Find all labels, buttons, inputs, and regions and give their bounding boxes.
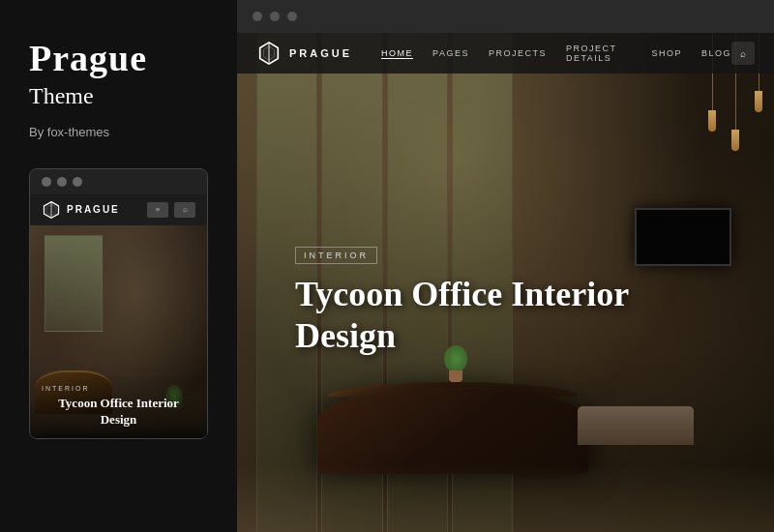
- mobile-logo: PRAGUE: [42, 200, 120, 220]
- mobile-nav: PRAGUE ≡ ⌕: [30, 194, 207, 225]
- mobile-logo-text: PRAGUE: [67, 204, 120, 215]
- mobile-category-tag: INTERIOR: [42, 385, 195, 392]
- mobile-preview-card: PRAGUE ≡ ⌕ INTERIOR Tycoon Office Interi…: [29, 168, 208, 439]
- left-panel: Prague Theme By fox-themes PRAGUE ≡ ⌕: [0, 0, 237, 532]
- desktop-logo: PRAGUE: [256, 41, 352, 66]
- hero-main-title: Tycoon Office Interior Design: [295, 274, 682, 357]
- hero-category-tag: INTERIOR: [295, 247, 377, 264]
- mobile-dot-3: [73, 177, 82, 187]
- right-panel: PRAGUE HOME PAGES PROJECTS PROJECT DETAI…: [237, 0, 774, 532]
- nav-search-button[interactable]: ⌕: [731, 42, 755, 65]
- desktop-nav: PRAGUE HOME PAGES PROJECTS PROJECT DETAI…: [237, 33, 774, 74]
- desktop-nav-links: HOME PAGES PROJECTS PROJECT DETAILS SHOP…: [381, 44, 731, 63]
- mobile-hero-title: Tycoon Office Interior Design: [42, 396, 195, 429]
- theme-author: By fox-themes: [29, 125, 208, 139]
- nav-link-home[interactable]: HOME: [381, 48, 413, 59]
- browser-dot-1: [253, 12, 262, 21]
- mobile-dot-1: [42, 177, 51, 187]
- mobile-hero-overlay: INTERIOR Tycoon Office Interior Design: [30, 375, 207, 438]
- hero-text-overlay: INTERIOR Tycoon Office Interior Design: [237, 33, 774, 532]
- browser-chrome: [237, 0, 774, 33]
- mobile-search-icon[interactable]: ⌕: [174, 202, 195, 218]
- desktop-hero: INTERIOR Tycoon Office Interior Design: [237, 33, 774, 532]
- mobile-menu-icon[interactable]: ≡: [147, 202, 168, 218]
- mobile-hero: INTERIOR Tycoon Office Interior Design: [30, 225, 207, 438]
- theme-title: Prague: [29, 39, 208, 79]
- nav-link-shop[interactable]: SHOP: [651, 48, 682, 58]
- mobile-dot-2: [57, 177, 67, 187]
- browser-dot-3: [287, 12, 297, 21]
- nav-link-project-details[interactable]: PROJECT DETAILS: [566, 44, 633, 63]
- mobile-window: [45, 235, 103, 332]
- nav-link-blog[interactable]: BLOG: [701, 48, 731, 58]
- desktop-logo-text: PRAGUE: [289, 47, 352, 59]
- prague-logo-icon-mobile: [42, 200, 61, 220]
- nav-link-pages[interactable]: PAGES: [432, 48, 469, 58]
- mobile-nav-icons: ≡ ⌕: [147, 202, 195, 218]
- browser-dot-2: [270, 12, 280, 21]
- nav-link-projects[interactable]: PROJECTS: [489, 48, 547, 58]
- theme-subtitle: Theme: [29, 83, 208, 109]
- browser-content: PRAGUE HOME PAGES PROJECTS PROJECT DETAI…: [237, 33, 774, 532]
- prague-logo-icon-desktop: [256, 41, 282, 66]
- mobile-titlebar: [30, 169, 207, 194]
